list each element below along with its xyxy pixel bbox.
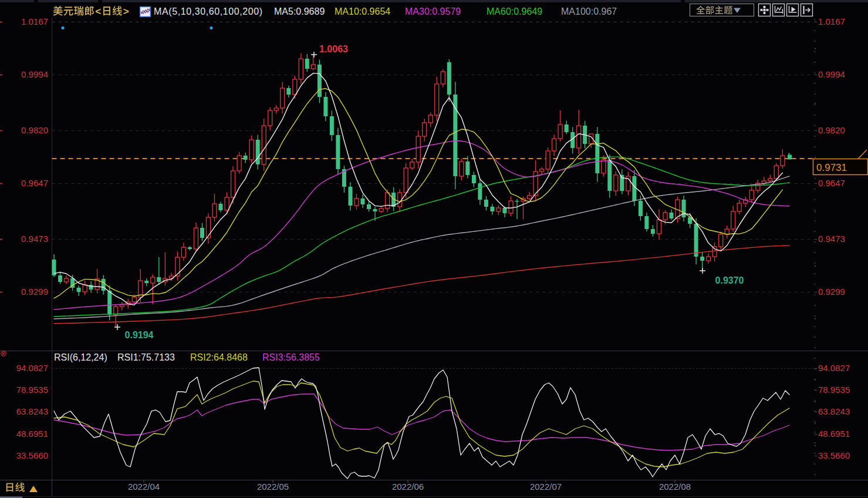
svg-text:2022/08: 2022/08 (659, 482, 691, 492)
svg-text:1.0063: 1.0063 (319, 44, 348, 54)
svg-text:78.9535: 78.9535 (818, 385, 850, 395)
svg-text:MA60:0.9649: MA60:0.9649 (487, 6, 542, 16)
svg-text:63.8243: 63.8243 (818, 406, 850, 416)
svg-text:1.0167: 1.0167 (818, 16, 845, 26)
svg-text:RSI2:64.8468: RSI2:64.8468 (190, 352, 248, 362)
svg-text:0.9820: 0.9820 (818, 125, 845, 135)
svg-text:33.5660: 33.5660 (818, 450, 850, 460)
svg-text:0.9647: 0.9647 (818, 178, 845, 188)
svg-text:RSI3:56.3855: RSI3:56.3855 (262, 352, 320, 362)
svg-text:RSI1:75.7133: RSI1:75.7133 (117, 352, 175, 362)
svg-text:0.9299: 0.9299 (21, 287, 48, 297)
svg-text:0.9473: 0.9473 (21, 234, 48, 244)
svg-text:0.9994: 0.9994 (21, 69, 48, 79)
svg-text:2022/06: 2022/06 (392, 482, 424, 492)
svg-text:0.9473: 0.9473 (818, 234, 845, 244)
svg-text:94.0827: 94.0827 (16, 363, 48, 373)
svg-text:2022/05: 2022/05 (257, 482, 289, 492)
svg-text:0.9299: 0.9299 (818, 287, 845, 297)
svg-text:48.6951: 48.6951 (818, 429, 850, 439)
svg-text:>: > (123, 6, 129, 17)
svg-text:MA30:0.9579: MA30:0.9579 (405, 6, 461, 16)
svg-text:78.9535: 78.9535 (16, 385, 48, 395)
svg-text:0.9820: 0.9820 (21, 125, 48, 135)
svg-text:33.5660: 33.5660 (16, 450, 48, 460)
svg-text:RSI(6,12,24): RSI(6,12,24) (54, 352, 107, 362)
svg-text:63.8243: 63.8243 (16, 406, 48, 416)
svg-text:1.0167: 1.0167 (21, 16, 48, 26)
svg-text:0.9994: 0.9994 (818, 69, 845, 79)
svg-text:2022/07: 2022/07 (530, 482, 562, 492)
svg-text:MA5:0.9689: MA5:0.9689 (274, 6, 325, 16)
svg-text:2022/04: 2022/04 (128, 482, 160, 492)
svg-text:0.9194: 0.9194 (125, 330, 154, 340)
svg-text:0.9731: 0.9731 (816, 162, 847, 173)
svg-text:MA10:0.9654: MA10:0.9654 (335, 6, 390, 16)
svg-text:<: < (95, 6, 101, 17)
svg-text:0.9647: 0.9647 (21, 178, 48, 188)
svg-text:MA100:0.967: MA100:0.967 (561, 6, 617, 16)
svg-text:94.0827: 94.0827 (818, 363, 850, 373)
svg-text:48.6951: 48.6951 (16, 429, 48, 439)
svg-text:MA(5,10,30,60,100,200): MA(5,10,30,60,100,200) (154, 6, 263, 16)
svg-text:0.9370: 0.9370 (715, 275, 744, 285)
